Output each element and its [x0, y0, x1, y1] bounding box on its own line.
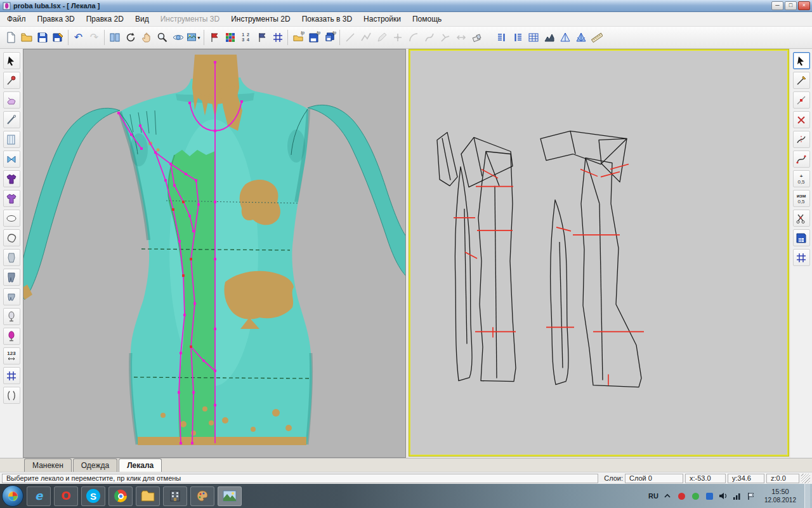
texture-dropdown-icon[interactable]: ▼: [197, 36, 201, 40]
updater-tray-icon[interactable]: [691, 491, 700, 501]
restore-button[interactable]: □: [785, 1, 797, 10]
open-file-button[interactable]: [18, 29, 34, 46]
menu-help[interactable]: Помощь: [407, 12, 447, 26]
language-indicator[interactable]: RU: [648, 492, 658, 500]
menu-tools-2d[interactable]: Инструменты 2D: [225, 12, 296, 26]
menu-show-in-3d[interactable]: Показать в 3D: [296, 12, 358, 26]
arc-tool-button[interactable]: [405, 29, 421, 46]
start-button[interactable]: [2, 485, 23, 507]
snap-grid-tool[interactable]: [793, 249, 810, 266]
taskbar-skype[interactable]: S: [81, 486, 105, 506]
add-node-tool-button[interactable]: [390, 29, 405, 46]
taskbar-chrome[interactable]: [108, 486, 133, 506]
viewport-3d[interactable]: [23, 49, 406, 458]
dress-form-tool[interactable]: [3, 328, 20, 345]
prism-dark-button[interactable]: [573, 29, 589, 46]
taskbar-photo-viewer[interactable]: [218, 486, 242, 506]
save-pieces-tool[interactable]: [793, 229, 810, 246]
freeform-shape-tool[interactable]: [3, 229, 20, 246]
needle-tool[interactable]: [3, 111, 20, 128]
node-move-tool[interactable]: [793, 91, 810, 109]
show-desktop-button[interactable]: [804, 484, 810, 508]
tab-patterns[interactable]: Лекала: [119, 458, 162, 472]
join-seams-tool[interactable]: [3, 150, 20, 168]
tab-clothing[interactable]: Одежда: [73, 458, 117, 472]
menu-settings[interactable]: Настройки: [358, 12, 407, 26]
new-document-button[interactable]: [3, 29, 18, 46]
garment-tshirt-tool[interactable]: [3, 190, 20, 207]
drape-fabric-tool[interactable]: [3, 91, 20, 109]
eraser-button[interactable]: [469, 29, 485, 46]
tp-open-button[interactable]: tp: [290, 29, 306, 46]
spline-tool-button[interactable]: [421, 29, 437, 46]
grid-snap-tool[interactable]: [3, 367, 20, 384]
select-tool[interactable]: [793, 52, 810, 69]
split-view-button[interactable]: [107, 29, 122, 46]
network-icon[interactable]: [733, 491, 742, 501]
shorts-tool[interactable]: [3, 288, 20, 305]
grid-hash-button[interactable]: [270, 29, 285, 46]
seam-panel-tool[interactable]: [3, 131, 20, 148]
ellipse-tool[interactable]: [3, 210, 20, 227]
curve-split-tool[interactable]: [793, 131, 810, 148]
pin-tool[interactable]: [3, 72, 20, 89]
line-tool-button[interactable]: [342, 29, 358, 46]
taskbar-file-manager[interactable]: [136, 486, 160, 506]
zoom-button[interactable]: [154, 29, 170, 46]
pan-button[interactable]: [138, 29, 154, 46]
app-icon[interactable]: [2, 1, 11, 10]
save-as-button[interactable]: [50, 29, 66, 46]
align-list-right-button[interactable]: [509, 29, 525, 46]
taskbar-graphics-editor[interactable]: [190, 486, 214, 506]
pants-tool[interactable]: [3, 269, 20, 286]
menu-view[interactable]: Вид: [129, 12, 155, 26]
volume-icon[interactable]: [719, 491, 728, 501]
step-plus-button[interactable]: +0,5: [793, 170, 810, 187]
flag-blue-button[interactable]: [254, 29, 270, 46]
viewport-2d[interactable]: [409, 50, 789, 456]
save-button[interactable]: [34, 29, 50, 46]
tab-mannequin[interactable]: Манекен: [24, 458, 72, 472]
clock[interactable]: 15:50 12.08.2012: [761, 488, 800, 504]
pencil-tool-button[interactable]: [374, 29, 390, 46]
tp-save-button[interactable]: tp: [306, 29, 322, 46]
quarters-button[interactable]: 1 23 4: [238, 29, 254, 46]
texture-button[interactable]: ▼: [186, 29, 202, 46]
layer-select[interactable]: Слой 0: [625, 474, 683, 483]
fork-tool-button[interactable]: [437, 29, 453, 46]
polyline-tool-button[interactable]: [358, 29, 374, 46]
menu-file[interactable]: Файл: [1, 12, 32, 26]
menu-edit-2d[interactable]: Правка 2D: [81, 12, 129, 26]
redo-button[interactable]: ↷: [86, 29, 102, 46]
scissors-tool[interactable]: [793, 210, 810, 227]
tp-save-all-button[interactable]: tp: [322, 29, 337, 46]
mannequin-stand-tool[interactable]: [3, 308, 20, 325]
node-delete-tool[interactable]: [793, 111, 810, 128]
tray-chevron-icon[interactable]: [663, 491, 672, 501]
taskbar-opera[interactable]: O: [54, 486, 78, 506]
rotate-view-button[interactable]: [122, 29, 138, 46]
taskbar-archive[interactable]: [163, 486, 187, 506]
close-button[interactable]: ×: [798, 1, 810, 10]
minimize-button[interactable]: ─: [771, 1, 783, 10]
action-center-flag-icon[interactable]: [747, 491, 756, 501]
stretch-tool-button[interactable]: [453, 29, 469, 46]
align-table-button[interactable]: [525, 29, 541, 46]
line-draw-tool[interactable]: [793, 72, 810, 89]
menu-edit-3d[interactable]: Правка 3D: [32, 12, 81, 26]
prism-light-button[interactable]: [557, 29, 573, 46]
align-list-left-button[interactable]: [494, 29, 509, 46]
antivirus-tray-icon[interactable]: [677, 491, 686, 501]
taskbar-ie[interactable]: e: [27, 486, 51, 506]
color-grid-button[interactable]: [222, 29, 238, 46]
curve-smooth-tool[interactable]: [793, 150, 810, 168]
undo-button[interactable]: ↶: [70, 29, 86, 46]
sizes-numbers-tool[interactable]: 123: [3, 347, 20, 364]
bluetooth-tray-icon[interactable]: [705, 491, 714, 501]
surface-chart-button[interactable]: [541, 29, 557, 46]
flag-red-button[interactable]: [206, 29, 222, 46]
sleeve-piece-tool[interactable]: [3, 249, 20, 266]
brackets-tool[interactable]: [3, 387, 20, 404]
select-rotate-tool[interactable]: [3, 52, 20, 69]
orbit-3d-button[interactable]: [170, 29, 186, 46]
